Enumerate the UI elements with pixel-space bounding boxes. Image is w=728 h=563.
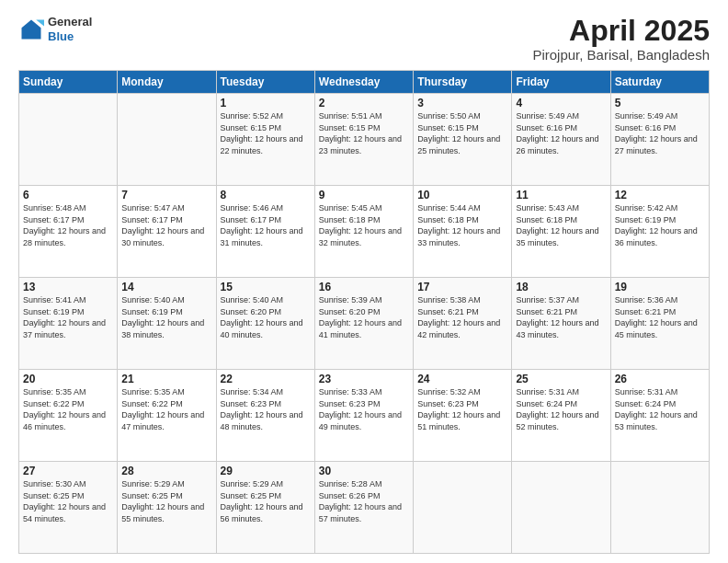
day-number: 3 [417,97,507,109]
day-cell: 6Sunrise: 5:48 AMSunset: 6:17 PMDaylight… [19,186,118,278]
week-row-4: 20Sunrise: 5:35 AMSunset: 6:22 PMDayligh… [19,370,710,462]
day-detail: Sunrise: 5:46 AMSunset: 6:17 PMDaylight:… [221,202,311,248]
day-detail: Sunrise: 5:52 AMSunset: 6:15 PMDaylight:… [221,110,311,156]
day-detail: Sunrise: 5:45 AMSunset: 6:18 PMDaylight:… [319,202,409,248]
week-row-1: 1Sunrise: 5:52 AMSunset: 6:15 PMDaylight… [19,94,710,186]
day-number: 4 [516,97,606,109]
day-detail: Sunrise: 5:31 AMSunset: 6:24 PMDaylight:… [615,386,705,432]
day-cell [118,94,216,186]
weekday-header-wednesday: Wednesday [314,71,413,94]
logo-blue: Blue [48,29,92,44]
day-detail: Sunrise: 5:48 AMSunset: 6:17 PMDaylight:… [23,202,113,248]
weekday-header-friday: Friday [512,71,610,94]
day-cell: 10Sunrise: 5:44 AMSunset: 6:18 PMDayligh… [414,186,512,278]
day-number: 11 [516,189,606,201]
day-cell: 27Sunrise: 5:30 AMSunset: 6:25 PMDayligh… [19,462,118,554]
day-number: 16 [319,281,409,293]
day-cell: 25Sunrise: 5:31 AMSunset: 6:24 PMDayligh… [512,370,610,462]
day-cell [610,462,709,554]
day-detail: Sunrise: 5:47 AMSunset: 6:17 PMDaylight:… [121,202,211,248]
day-number: 24 [417,373,507,385]
day-detail: Sunrise: 5:32 AMSunset: 6:23 PMDaylight:… [417,386,507,432]
day-detail: Sunrise: 5:39 AMSunset: 6:20 PMDaylight:… [319,294,409,340]
logo-icon [18,17,44,42]
day-number: 17 [417,281,507,293]
day-cell: 19Sunrise: 5:36 AMSunset: 6:21 PMDayligh… [610,278,709,370]
day-number: 5 [615,97,705,109]
day-cell: 21Sunrise: 5:35 AMSunset: 6:22 PMDayligh… [118,370,216,462]
day-cell: 30Sunrise: 5:28 AMSunset: 6:26 PMDayligh… [314,462,413,554]
day-detail: Sunrise: 5:35 AMSunset: 6:22 PMDaylight:… [23,386,113,432]
logo-text: General Blue [48,15,92,43]
day-detail: Sunrise: 5:37 AMSunset: 6:21 PMDaylight:… [516,294,606,340]
day-detail: Sunrise: 5:43 AMSunset: 6:18 PMDaylight:… [516,202,606,248]
weekday-header-thursday: Thursday [414,71,512,94]
day-detail: Sunrise: 5:49 AMSunset: 6:16 PMDaylight:… [615,110,705,156]
day-number: 21 [121,373,211,385]
day-number: 25 [516,373,606,385]
day-detail: Sunrise: 5:34 AMSunset: 6:23 PMDaylight:… [221,386,311,432]
main-title: April 2025 [532,15,710,47]
day-detail: Sunrise: 5:50 AMSunset: 6:15 PMDaylight:… [417,110,507,156]
day-number: 10 [417,189,507,201]
svg-marker-0 [22,19,41,39]
day-cell: 17Sunrise: 5:38 AMSunset: 6:21 PMDayligh… [414,278,512,370]
day-detail: Sunrise: 5:28 AMSunset: 6:26 PMDaylight:… [319,478,409,524]
week-row-2: 6Sunrise: 5:48 AMSunset: 6:17 PMDaylight… [19,186,710,278]
day-cell [414,462,512,554]
day-cell: 9Sunrise: 5:45 AMSunset: 6:18 PMDaylight… [314,186,413,278]
week-row-5: 27Sunrise: 5:30 AMSunset: 6:25 PMDayligh… [19,462,710,554]
day-number: 20 [23,373,113,385]
day-detail: Sunrise: 5:36 AMSunset: 6:21 PMDaylight:… [615,294,705,340]
day-number: 9 [319,189,409,201]
day-detail: Sunrise: 5:51 AMSunset: 6:15 PMDaylight:… [319,110,409,156]
day-number: 19 [615,281,705,293]
day-cell: 5Sunrise: 5:49 AMSunset: 6:16 PMDaylight… [610,94,709,186]
day-detail: Sunrise: 5:33 AMSunset: 6:23 PMDaylight:… [319,386,409,432]
day-cell: 18Sunrise: 5:37 AMSunset: 6:21 PMDayligh… [512,278,610,370]
weekday-header-monday: Monday [118,71,216,94]
day-cell: 23Sunrise: 5:33 AMSunset: 6:23 PMDayligh… [314,370,413,462]
day-cell: 15Sunrise: 5:40 AMSunset: 6:20 PMDayligh… [216,278,314,370]
day-cell [19,94,118,186]
header: General Blue April 2025 Pirojpur, Barisa… [18,15,710,63]
day-detail: Sunrise: 5:30 AMSunset: 6:25 PMDaylight:… [23,478,113,524]
day-number: 6 [23,189,113,201]
page: General Blue April 2025 Pirojpur, Barisa… [0,0,728,563]
day-number: 8 [221,189,311,201]
day-number: 23 [319,373,409,385]
day-cell: 16Sunrise: 5:39 AMSunset: 6:20 PMDayligh… [314,278,413,370]
day-number: 27 [23,465,113,477]
day-cell: 2Sunrise: 5:51 AMSunset: 6:15 PMDaylight… [314,94,413,186]
day-cell: 20Sunrise: 5:35 AMSunset: 6:22 PMDayligh… [19,370,118,462]
day-number: 15 [221,281,311,293]
day-number: 14 [121,281,211,293]
day-detail: Sunrise: 5:49 AMSunset: 6:16 PMDaylight:… [516,110,606,156]
day-number: 22 [221,373,311,385]
day-number: 12 [615,189,705,201]
day-number: 30 [319,465,409,477]
day-detail: Sunrise: 5:44 AMSunset: 6:18 PMDaylight:… [417,202,507,248]
weekday-header-sunday: Sunday [19,71,118,94]
calendar-table: SundayMondayTuesdayWednesdayThursdayFrid… [18,70,710,554]
day-cell: 4Sunrise: 5:49 AMSunset: 6:16 PMDaylight… [512,94,610,186]
day-detail: Sunrise: 5:38 AMSunset: 6:21 PMDaylight:… [417,294,507,340]
day-cell: 14Sunrise: 5:40 AMSunset: 6:19 PMDayligh… [118,278,216,370]
day-cell: 24Sunrise: 5:32 AMSunset: 6:23 PMDayligh… [414,370,512,462]
weekday-header-saturday: Saturday [610,71,709,94]
week-row-3: 13Sunrise: 5:41 AMSunset: 6:19 PMDayligh… [19,278,710,370]
day-detail: Sunrise: 5:31 AMSunset: 6:24 PMDaylight:… [516,386,606,432]
day-detail: Sunrise: 5:40 AMSunset: 6:20 PMDaylight:… [221,294,311,340]
day-cell: 28Sunrise: 5:29 AMSunset: 6:25 PMDayligh… [118,462,216,554]
day-number: 28 [121,465,211,477]
day-cell: 26Sunrise: 5:31 AMSunset: 6:24 PMDayligh… [610,370,709,462]
day-cell: 8Sunrise: 5:46 AMSunset: 6:17 PMDaylight… [216,186,314,278]
day-number: 13 [23,281,113,293]
day-cell: 11Sunrise: 5:43 AMSunset: 6:18 PMDayligh… [512,186,610,278]
day-cell: 22Sunrise: 5:34 AMSunset: 6:23 PMDayligh… [216,370,314,462]
day-number: 18 [516,281,606,293]
title-block: April 2025 Pirojpur, Barisal, Bangladesh [532,15,710,63]
day-number: 2 [319,97,409,109]
subtitle: Pirojpur, Barisal, Bangladesh [532,47,710,63]
day-detail: Sunrise: 5:29 AMSunset: 6:25 PMDaylight:… [221,478,311,524]
